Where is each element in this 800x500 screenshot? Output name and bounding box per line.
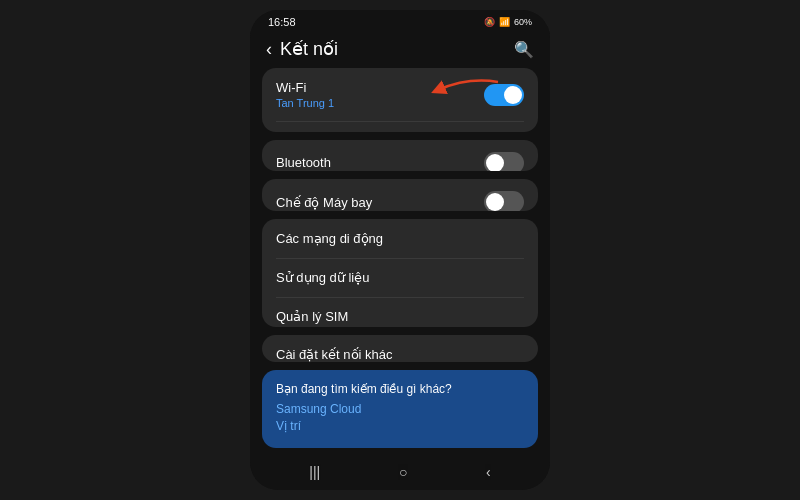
nav-bar: ||| ○ ‹ <box>250 456 550 490</box>
wifi-calling-item[interactable]: Wi-Fi Calling <box>262 121 538 132</box>
other-settings-card: Cài đặt kết nối khác <box>262 335 538 362</box>
search-icon[interactable]: 🔍 <box>514 40 534 59</box>
other-settings-item[interactable]: Cài đặt kết nối khác <box>262 335 538 362</box>
wifi-toggle-knob <box>504 86 522 104</box>
mobile-networks-label: Các mạng di động <box>276 231 383 246</box>
bluetooth-card: Bluetooth <box>262 140 538 172</box>
bluetooth-toggle[interactable] <box>484 152 524 172</box>
phone-container: 16:58 🔕 📶 60% ‹ Kết nối 🔍 Wi-Fi Tan Trun… <box>250 10 550 490</box>
wifi-card: Wi-Fi Tan Trung 1 Wi-Fi Calli <box>262 68 538 132</box>
nav-home-button[interactable]: ○ <box>399 464 407 480</box>
suggestion-link-samsung-cloud[interactable]: Samsung Cloud <box>276 402 524 416</box>
network-card: Các mạng di động Sử dụng dữ liệu Quản lý… <box>262 219 538 327</box>
airplane-card: Chế độ Máy bay <box>262 179 538 211</box>
back-button[interactable]: ‹ <box>266 39 272 60</box>
suggestion-title: Bạn đang tìm kiếm điều gì khác? <box>276 382 524 396</box>
notification-icon: 🔕 <box>484 17 495 27</box>
nav-recent-button[interactable]: ||| <box>309 464 320 480</box>
wifi-sublabel: Tan Trung 1 <box>276 97 334 109</box>
data-usage-label: Sử dụng dữ liệu <box>276 270 369 285</box>
bluetooth-label: Bluetooth <box>276 155 331 170</box>
bluetooth-toggle-knob <box>486 154 504 172</box>
mobile-networks-item[interactable]: Các mạng di động <box>262 219 538 258</box>
status-icons: 🔕 📶 60% <box>484 17 532 27</box>
signal-icon: 📶 <box>499 17 510 27</box>
sim-management-label: Quản lý SIM <box>276 309 348 324</box>
content-area: Wi-Fi Tan Trung 1 Wi-Fi Calli <box>250 68 550 456</box>
sim-management-item[interactable]: Quản lý SIM <box>262 297 538 327</box>
nav-back-button[interactable]: ‹ <box>486 464 491 480</box>
status-time: 16:58 <box>268 16 296 28</box>
suggestion-card: Bạn đang tìm kiếm điều gì khác? Samsung … <box>262 370 538 448</box>
battery-icon: 60% <box>514 17 532 27</box>
airplane-label: Chế độ Máy bay <box>276 195 372 210</box>
data-usage-item[interactable]: Sử dụng dữ liệu <box>262 258 538 297</box>
header-left: ‹ Kết nối <box>266 38 338 60</box>
airplane-item[interactable]: Chế độ Máy bay <box>262 179 538 211</box>
wifi-toggle[interactable] <box>484 84 524 106</box>
airplane-toggle-knob <box>486 193 504 211</box>
status-bar: 16:58 🔕 📶 60% <box>250 10 550 32</box>
bluetooth-item[interactable]: Bluetooth <box>262 140 538 172</box>
header: ‹ Kết nối 🔍 <box>250 32 550 68</box>
page-title: Kết nối <box>280 38 338 60</box>
other-settings-label: Cài đặt kết nối khác <box>276 347 393 362</box>
airplane-toggle[interactable] <box>484 191 524 211</box>
wifi-label: Wi-Fi <box>276 80 334 95</box>
suggestion-link-location[interactable]: Vị trí <box>276 419 524 433</box>
wifi-item[interactable]: Wi-Fi Tan Trung 1 <box>262 68 538 121</box>
